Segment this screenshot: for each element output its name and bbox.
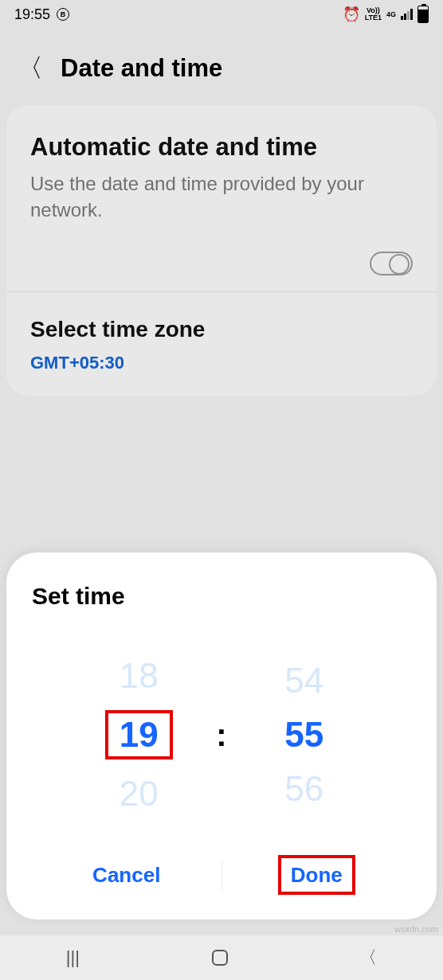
minute-prev[interactable]: 54 (284, 661, 323, 701)
status-bar: 19:55 B ⏰ Vo)) LTE1 4G (0, 0, 443, 29)
network-4g-icon: 4G (386, 11, 396, 18)
page-header: 〈 Date and time (0, 29, 443, 105)
settings-card: Automatic date and time Use the date and… (6, 105, 437, 396)
cancel-button[interactable]: Cancel (32, 845, 222, 905)
minute-next[interactable]: 56 (284, 769, 323, 809)
minute-picker[interactable]: 54 55 56 (261, 661, 348, 809)
page-title: Date and time (61, 54, 222, 83)
watermark: wsxdn.com (394, 924, 438, 934)
time-picker: 18 19 20 : 54 55 56 (32, 656, 411, 814)
auto-datetime-desc: Use the date and time provided by your n… (30, 171, 413, 223)
timezone-value[interactable]: GMT+05:30 (30, 353, 413, 373)
hour-picker[interactable]: 18 19 20 (95, 656, 182, 814)
time-colon: : (216, 717, 226, 753)
hour-next[interactable]: 20 (120, 774, 159, 814)
status-time: 19:55 (14, 6, 50, 23)
auto-datetime-title: Automatic date and time (30, 132, 413, 162)
done-button[interactable]: Done (222, 845, 412, 905)
b-icon: B (57, 8, 69, 21)
timezone-title[interactable]: Select time zone (30, 316, 413, 343)
home-icon[interactable] (212, 950, 228, 966)
hour-selected[interactable]: 19 (105, 710, 173, 759)
recents-icon[interactable]: ||| (66, 947, 80, 968)
back-nav-icon[interactable]: 〈 (359, 946, 377, 970)
dialog-title: Set time (32, 583, 411, 610)
back-icon[interactable]: 〈 (18, 51, 43, 86)
signal-icon (401, 9, 413, 20)
auto-datetime-toggle[interactable] (370, 252, 413, 275)
battery-icon (418, 6, 429, 23)
hour-prev[interactable]: 18 (120, 656, 159, 696)
navigation-bar: ||| 〈 (0, 935, 443, 980)
minute-selected[interactable]: 55 (284, 715, 323, 755)
set-time-dialog: Set time 18 19 20 : 54 55 56 Cancel Done (6, 552, 437, 919)
divider (6, 291, 437, 292)
volte-icon: Vo)) LTE1 (365, 7, 382, 21)
alarm-icon: ⏰ (343, 6, 360, 23)
